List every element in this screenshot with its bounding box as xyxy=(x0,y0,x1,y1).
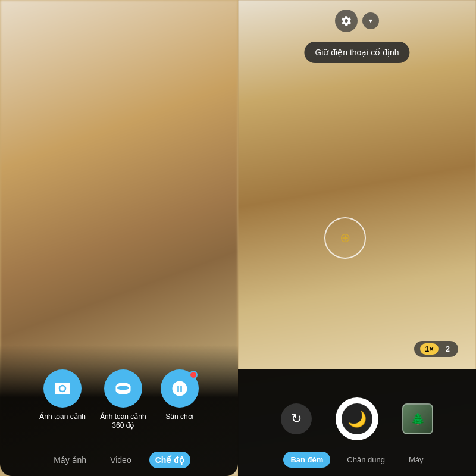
tab-portrait[interactable]: Chân dung xyxy=(340,452,392,468)
zoom-controls: 1× 2 xyxy=(414,341,458,357)
left-bottom-tabs: Máy ảnh Video Chế độ xyxy=(0,443,238,476)
right-panel: ▾ Giữ điện thoại cố định ⊕ 1× 2 ↻ 🌙 🌲 Ba… xyxy=(238,0,476,476)
tab-night[interactable]: Ban đêm xyxy=(283,452,330,468)
mode-panorama360-label: Ảnh toàn cảnh360 độ xyxy=(100,412,146,431)
dropdown-button[interactable]: ▾ xyxy=(362,12,379,29)
flip-icon: ↻ xyxy=(291,411,302,427)
mode-panorama360[interactable]: Ảnh toàn cảnh360 độ xyxy=(100,369,146,431)
mode-panorama-label: Ảnh toàn cảnh xyxy=(39,412,86,422)
gallery-preview-icon: 🌲 xyxy=(411,412,425,426)
mode-icons-row: Ảnh toàn cảnh Ảnh toàn cảnh360 độ Sân ch… xyxy=(0,360,238,440)
settings-icon xyxy=(340,15,352,27)
playground-badge xyxy=(189,371,198,379)
mode-playground-label: Sân chơi xyxy=(165,412,193,422)
tooltip-banner: Giữ điện thoại cố định xyxy=(304,42,409,63)
tab-mode[interactable]: Chế độ xyxy=(149,452,190,468)
mode-playground-circle xyxy=(161,369,199,408)
mode-playground[interactable]: Sân chơi xyxy=(161,369,199,431)
focus-circle[interactable]: ⊕ xyxy=(324,217,366,259)
playground-icon xyxy=(171,380,189,397)
panorama360-icon xyxy=(114,380,132,397)
moon-icon: 🌙 xyxy=(347,410,367,428)
tab-camera[interactable]: Máy ảnh xyxy=(48,452,92,468)
shutter-button[interactable]: 🌙 xyxy=(336,397,378,440)
mode-panorama[interactable]: Ảnh toàn cảnh xyxy=(39,369,86,431)
chevron-down-icon: ▾ xyxy=(369,17,372,25)
gallery-thumbnail[interactable]: 🌲 xyxy=(402,403,433,434)
right-top-bar: ▾ xyxy=(238,10,476,32)
zoom-1x-button[interactable]: 1× xyxy=(420,343,439,355)
tab-camera-right[interactable]: Máy xyxy=(402,452,431,468)
left-panel: Ảnh toàn cảnh Ảnh toàn cảnh360 độ Sân ch… xyxy=(0,0,238,476)
panorama-icon xyxy=(54,380,71,397)
mode-panorama360-circle xyxy=(104,369,142,408)
settings-button[interactable] xyxy=(335,10,358,32)
mode-panorama-circle xyxy=(43,369,82,408)
tab-video[interactable]: Video xyxy=(104,452,137,468)
zoom-2x-button[interactable]: 2 xyxy=(443,343,452,355)
flip-camera-button[interactable]: ↻ xyxy=(281,403,312,434)
focus-crosshair-icon: ⊕ xyxy=(340,231,350,245)
shutter-inner: 🌙 xyxy=(342,403,372,434)
right-bottom-tabs: Ban đêm Chân dung Máy xyxy=(238,443,476,476)
shutter-row: ↻ 🌙 🌲 xyxy=(238,397,476,440)
